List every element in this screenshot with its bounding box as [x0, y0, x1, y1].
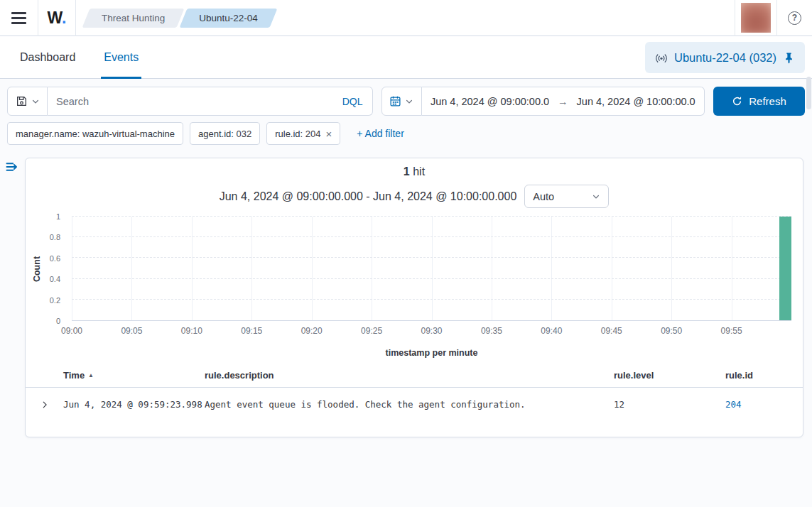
- gridline: [671, 217, 672, 320]
- calendar-icon: [389, 95, 401, 107]
- sort-ascending-icon: ▲: [88, 372, 94, 378]
- column-header-rule-level[interactable]: rule.level: [614, 370, 725, 381]
- y-tick-label: 0.2: [50, 296, 60, 305]
- gridline: [312, 217, 313, 320]
- gridline: [131, 217, 132, 320]
- gridline: [72, 217, 72, 320]
- hamburger-icon: [11, 12, 26, 24]
- expand-sidebar-button[interactable]: [5, 160, 19, 176]
- column-header-rule-description[interactable]: rule.description: [205, 370, 614, 381]
- breadcrumb-label: Ubuntu-22-04: [199, 13, 258, 23]
- hits-label: hit: [413, 165, 425, 178]
- filter-pill-label: rule.id: 204: [275, 129, 320, 139]
- breadcrumb-agent[interactable]: Ubuntu-22-04: [183, 9, 274, 28]
- cell-time: Jun 4, 2024 @ 09:59:23.998: [63, 399, 205, 410]
- date-from[interactable]: Jun 4, 2024 @ 09:00:00.0: [431, 96, 549, 107]
- agent-badge-label: Ubuntu-22-04 (032): [674, 51, 776, 65]
- y-axis-labels: 00.20.40.60.81: [26, 217, 67, 321]
- main-content: 1 hit Jun 4, 2024 @ 09:00:00.000 - Jun 4…: [0, 158, 812, 437]
- histogram-chart: Count 00.20.40.60.81 09:0009:0509:1009:1…: [26, 217, 803, 358]
- gridline: [192, 217, 193, 320]
- expand-row-button[interactable]: [40, 400, 50, 410]
- gridline: [72, 299, 791, 300]
- x-tick-label: 09:50: [661, 326, 682, 336]
- date-picker-button[interactable]: [381, 87, 422, 116]
- interval-select[interactable]: Auto: [524, 185, 609, 208]
- table-row: Jun 4, 2024 @ 09:59:23.998 Agent event q…: [26, 388, 803, 420]
- tab-dashboard[interactable]: Dashboard: [17, 36, 78, 78]
- gridline: [732, 217, 732, 320]
- filter-pill-manager-name[interactable]: manager.name: wazuh-virtual-machine: [7, 122, 183, 145]
- refresh-button[interactable]: Refresh: [713, 87, 805, 116]
- gridline: [492, 217, 492, 320]
- logo-dot: .: [62, 9, 66, 27]
- divider: [735, 0, 735, 36]
- date-to[interactable]: Jun 4, 2024 @ 10:00:00.0: [577, 96, 695, 107]
- tab-bar: Dashboard Events Ubuntu-22-04 (032): [0, 36, 812, 79]
- breadcrumb-threat-hunting[interactable]: Threat Hunting: [86, 9, 180, 28]
- x-tick-label: 09:45: [601, 326, 622, 336]
- pin-icon[interactable]: [783, 52, 795, 64]
- x-tick-label: 09:15: [241, 326, 262, 336]
- tab-events[interactable]: Events: [101, 36, 141, 78]
- avatar[interactable]: [741, 3, 771, 33]
- remove-filter-icon[interactable]: ×: [326, 129, 332, 139]
- chevron-right-icon: [40, 400, 50, 410]
- gridline: [72, 216, 791, 217]
- gridline: [72, 236, 791, 237]
- gridline: [72, 257, 791, 258]
- saved-queries-button[interactable]: [7, 87, 48, 116]
- column-header-rule-id[interactable]: rule.id: [725, 370, 803, 381]
- x-tick-label: 09:10: [181, 326, 202, 336]
- search-input[interactable]: [48, 96, 333, 107]
- scrollbar-thumb[interactable]: [806, 77, 811, 109]
- x-tick-label: 09:30: [421, 326, 442, 336]
- filter-pill-agent-id[interactable]: agent.id: 032: [190, 122, 260, 145]
- dql-language-button[interactable]: DQL: [333, 96, 372, 107]
- table-header-row: Time▲ rule.description rule.level rule.i…: [26, 370, 803, 388]
- hits-count: 1 hit: [26, 165, 803, 178]
- y-tick-label: 0.6: [50, 254, 60, 263]
- range-arrow-icon: →: [558, 96, 568, 107]
- cell-rule-id-link[interactable]: 204: [725, 399, 803, 410]
- hits-number: 1: [404, 165, 410, 178]
- histogram-bar[interactable]: [779, 217, 791, 320]
- refresh-icon: [732, 96, 742, 107]
- chevron-down-icon: [31, 97, 40, 106]
- x-tick-label: 09:00: [61, 326, 82, 336]
- x-tick-label: 09:20: [301, 326, 323, 336]
- x-tick-label: 09:25: [361, 326, 382, 336]
- wazuh-logo[interactable]: W.: [38, 9, 75, 28]
- histogram-range-label: Jun 4, 2024 @ 09:00:00.000 - Jun 4, 2024…: [220, 190, 517, 203]
- search-box: DQL: [48, 87, 373, 116]
- y-tick-label: 0.8: [50, 233, 60, 241]
- filter-pill-rule-id[interactable]: rule.id: 204 ×: [266, 122, 340, 145]
- column-header-time[interactable]: Time▲: [63, 370, 205, 381]
- events-table: Time▲ rule.description rule.level rule.i…: [26, 370, 803, 420]
- refresh-label: Refresh: [749, 95, 786, 107]
- menu-button[interactable]: [0, 0, 38, 36]
- y-tick-label: 0: [56, 317, 60, 325]
- wifi-icon: [655, 51, 668, 64]
- help-button[interactable]: ?: [777, 0, 812, 36]
- histogram-plot: [72, 217, 791, 321]
- y-tick-label: 1: [56, 212, 60, 221]
- interval-selected-value: Auto: [533, 191, 554, 202]
- x-axis-title: timestamp per minute: [72, 348, 791, 358]
- breadcrumb: Threat Hunting Ubuntu-22-04: [86, 9, 274, 28]
- menu-right-icon: [5, 160, 19, 174]
- add-filter-button[interactable]: + Add filter: [357, 128, 404, 139]
- date-range: Jun 4, 2024 @ 09:00:00.0 → Jun 4, 2024 @…: [422, 87, 705, 116]
- events-panel: 1 hit Jun 4, 2024 @ 09:00:00.000 - Jun 4…: [25, 158, 803, 437]
- cell-rule-level: 12: [614, 399, 725, 410]
- cell-rule-description: Agent event queue is flooded. Check the …: [205, 399, 614, 410]
- x-axis-labels: 09:0009:0509:1009:1509:2009:2509:3009:35…: [72, 326, 791, 337]
- gridline: [251, 217, 252, 320]
- y-tick-label: 0.4: [50, 275, 60, 283]
- gridline: [72, 278, 791, 279]
- agent-badge[interactable]: Ubuntu-22-04 (032): [645, 42, 805, 73]
- x-tick-label: 09:35: [481, 326, 502, 336]
- top-navigation-bar: W. Threat Hunting Ubuntu-22-04 ?: [0, 0, 812, 36]
- breadcrumb-label: Threat Hunting: [102, 13, 165, 23]
- x-tick-label: 09:40: [541, 326, 562, 336]
